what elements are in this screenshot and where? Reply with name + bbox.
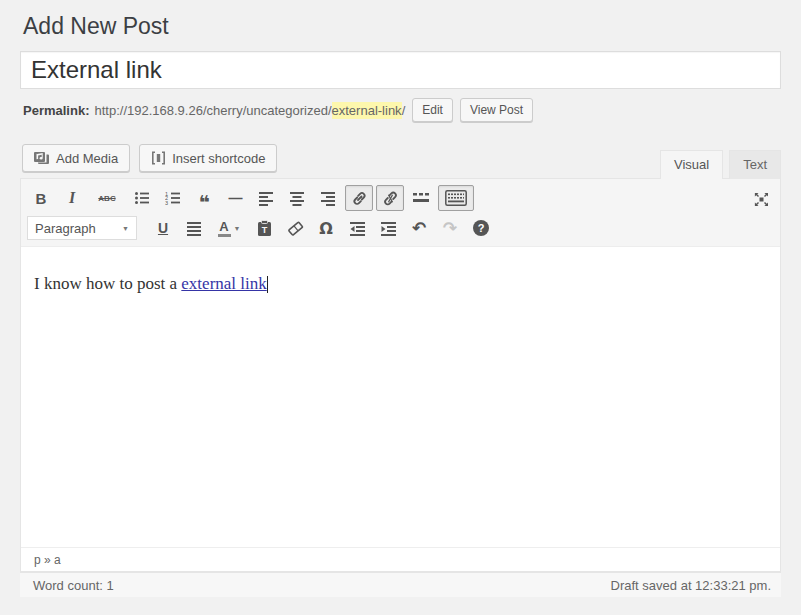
svg-text:T: T — [261, 224, 267, 234]
editor-container: B I ABC 1 2 3 ❝ — [20, 178, 781, 572]
bold-icon: B — [36, 190, 47, 207]
permalink-label: Permalink: — [23, 103, 89, 118]
link-icon — [351, 190, 368, 207]
element-path-bar: p » a — [21, 547, 780, 571]
expand-icon — [754, 192, 769, 207]
text-color-button[interactable]: A ▼ — [211, 215, 247, 241]
numbered-list-icon: 1 2 3 — [165, 190, 181, 206]
editor-mode-tabs: Visual Text — [654, 150, 781, 179]
element-path[interactable]: p » a — [34, 553, 61, 567]
insert-shortcode-label: Insert shortcode — [172, 151, 265, 166]
read-more-icon — [412, 191, 430, 205]
autosave-status: Draft saved at 12:33:21 pm. — [611, 578, 771, 593]
redo-button[interactable]: ↷ — [436, 215, 464, 241]
indent-icon — [380, 220, 397, 236]
strikethrough-button[interactable]: ABC — [89, 185, 125, 211]
align-left-icon — [258, 190, 274, 206]
edit-permalink-button[interactable]: Edit — [412, 98, 453, 122]
tab-text[interactable]: Text — [729, 150, 781, 179]
italic-button[interactable]: I — [58, 185, 86, 211]
numbered-list-button[interactable]: 1 2 3 — [159, 185, 187, 211]
paste-as-text-icon: T — [257, 220, 272, 237]
blockquote-button[interactable]: ❝ — [190, 185, 218, 211]
italic-icon: I — [69, 189, 75, 207]
media-icon — [34, 151, 50, 166]
horizontal-rule-button[interactable]: — — [221, 185, 249, 211]
align-center-icon — [289, 190, 305, 206]
word-count-label: Word count: — [33, 578, 103, 593]
unlink-icon — [382, 190, 399, 207]
toolbar-row-2: Paragraph ▼ U A ▼ — [27, 215, 772, 241]
insert-shortcode-button[interactable]: Insert shortcode — [139, 144, 277, 172]
align-justify-icon — [186, 220, 202, 236]
toolbar-toggle-button[interactable] — [438, 185, 474, 211]
permalink-url-suffix: / — [402, 103, 406, 118]
permalink-row: Permalink: http://192.168.9.26/cherry/un… — [20, 97, 781, 123]
undo-button[interactable]: ↶ — [405, 215, 433, 241]
editor-content-area[interactable]: I know how to post a external link — [21, 247, 780, 547]
align-justify-button[interactable] — [180, 215, 208, 241]
external-link-anchor[interactable]: external link — [181, 274, 266, 293]
page-title: Add New Post — [20, 11, 781, 44]
bullet-list-icon — [134, 190, 150, 206]
help-icon: ? — [473, 220, 489, 236]
read-more-button[interactable] — [407, 185, 435, 211]
chevron-down-icon: ▼ — [234, 225, 241, 232]
editor-toolbar: B I ABC 1 2 3 ❝ — [21, 179, 780, 247]
redo-icon: ↷ — [443, 218, 457, 238]
view-post-button[interactable]: View Post — [460, 98, 533, 122]
editor-tools: Add Media Insert shortcode Visual Text — [20, 144, 781, 178]
keyboard-icon — [445, 190, 467, 206]
permalink-url-prefix: http://192.168.9.26/cherry/uncategorized… — [94, 103, 331, 118]
align-right-icon — [320, 190, 336, 206]
align-left-button[interactable] — [252, 185, 280, 211]
horizontal-rule-icon: — — [229, 190, 242, 206]
align-center-button[interactable] — [283, 185, 311, 211]
word-count-value: 1 — [106, 578, 113, 593]
media-buttons: Add Media Insert shortcode — [22, 144, 286, 172]
post-title-input[interactable] — [20, 51, 781, 89]
paste-as-text-button[interactable]: T — [250, 215, 278, 241]
outdent-button[interactable] — [343, 215, 371, 241]
add-new-post-page: Add New Post Permalink: http://192.168.9… — [0, 0, 801, 597]
add-media-label: Add Media — [56, 151, 118, 166]
special-character-button[interactable]: Ω — [312, 215, 340, 241]
distraction-free-button[interactable] — [748, 186, 774, 212]
tab-visual[interactable]: Visual — [660, 150, 723, 179]
align-right-button[interactable] — [314, 185, 342, 211]
chevron-down-icon: ▼ — [122, 225, 129, 232]
text-color-icon: A — [218, 220, 231, 237]
permalink-slug[interactable]: external-link — [332, 102, 402, 119]
paragraph-format-value: Paragraph — [35, 221, 119, 236]
svg-text:3: 3 — [165, 200, 168, 206]
paragraph-format-select[interactable]: Paragraph ▼ — [27, 216, 137, 240]
text-cursor — [267, 276, 268, 293]
blockquote-icon: ❝ — [198, 189, 209, 207]
post-status-info: Word count: 1 Draft saved at 12:33:21 pm… — [20, 572, 781, 597]
undo-icon: ↶ — [412, 218, 426, 238]
strikethrough-icon: ABC — [98, 194, 115, 203]
unlink-button[interactable] — [376, 185, 404, 211]
toolbar-row-1: B I ABC 1 2 3 ❝ — [27, 185, 772, 211]
editor-paragraph: I know how to post a external link — [34, 271, 767, 297]
bullet-list-button[interactable] — [128, 185, 156, 211]
editor-text: I know how to post a — [34, 274, 181, 293]
underline-icon: U — [158, 220, 168, 236]
link-button[interactable] — [345, 185, 373, 211]
special-character-icon: Ω — [319, 219, 333, 238]
eraser-icon — [287, 221, 304, 236]
add-media-button[interactable]: Add Media — [22, 144, 130, 172]
indent-button[interactable] — [374, 215, 402, 241]
underline-button[interactable]: U — [149, 215, 177, 241]
bold-button[interactable]: B — [27, 185, 55, 211]
word-count: Word count: 1 — [33, 578, 114, 593]
shortcode-icon — [151, 151, 166, 165]
help-button[interactable]: ? — [467, 215, 495, 241]
outdent-icon — [349, 220, 366, 236]
clear-formatting-button[interactable] — [281, 215, 309, 241]
